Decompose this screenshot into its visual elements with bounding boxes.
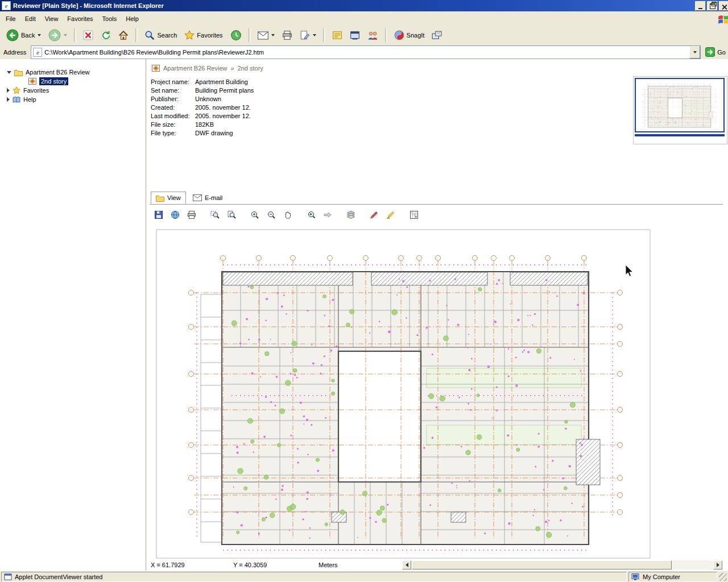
- home-icon: [118, 30, 129, 40]
- info-value: 2005. november 12.: [195, 104, 251, 111]
- drawing-canvas[interactable]: [146, 224, 728, 559]
- navigation-tree: Apartment B26 Review 2nd story Favorites…: [0, 59, 146, 579]
- toolbar-separator: [135, 28, 138, 42]
- messenger-button[interactable]: [347, 28, 363, 42]
- menu-favorites[interactable]: Favorites: [63, 14, 97, 24]
- messenger-icon: [350, 30, 360, 40]
- save-icon: [154, 210, 163, 219]
- close-button[interactable]: [719, 1, 728, 11]
- refresh-button[interactable]: [98, 28, 114, 42]
- snagit-capture-button[interactable]: [429, 29, 445, 41]
- content-pane: Apartment B26 Review » 2nd story Project…: [146, 59, 728, 571]
- zoom-window-icon: [210, 210, 220, 219]
- history-button[interactable]: [228, 28, 245, 43]
- zoom-window-button[interactable]: [207, 207, 222, 222]
- tree-root-label: Apartment B26 Review: [26, 69, 90, 76]
- menu-file[interactable]: File: [1, 14, 20, 24]
- info-label: Set name:: [151, 87, 195, 94]
- mail-button[interactable]: [255, 30, 278, 41]
- tree-favorites-label: Favorites: [23, 87, 49, 94]
- search-button[interactable]: Search: [142, 28, 180, 42]
- menu-tools[interactable]: Tools: [98, 14, 122, 24]
- email-icon: [193, 194, 202, 201]
- minimize-button[interactable]: [695, 1, 706, 11]
- publish-button[interactable]: [167, 207, 183, 222]
- toolbar-separator: [323, 28, 325, 42]
- ie-toolbar: Back Search: [0, 26, 728, 45]
- navigator-thumbnail[interactable]: [633, 76, 727, 144]
- document-info: Project name:Apartment Building Set name…: [151, 77, 254, 137]
- tree-item-favorites[interactable]: Favorites: [0, 86, 146, 95]
- redline-pencil-icon: [370, 210, 379, 219]
- print-icon: [187, 210, 196, 219]
- zoom-out-icon: [267, 210, 276, 219]
- tree-item-help[interactable]: Help: [0, 95, 146, 104]
- address-dropdown-button[interactable]: [689, 46, 700, 59]
- scrollbar-thumb[interactable]: [412, 560, 672, 569]
- back-button[interactable]: Back: [3, 27, 44, 43]
- menu-help[interactable]: Help: [121, 14, 143, 24]
- menu-edit[interactable]: Edit: [20, 14, 40, 24]
- tree-item-root[interactable]: Apartment B26 Review: [0, 68, 146, 77]
- title-bar: e Reviewer [Plain Style] - Microsoft Int…: [0, 0, 728, 11]
- contacts-button[interactable]: [365, 29, 381, 42]
- zoom-in-button[interactable]: [247, 207, 262, 222]
- stop-button[interactable]: [80, 28, 96, 42]
- print-drawing-button[interactable]: [184, 207, 199, 222]
- back-label: Back: [21, 32, 35, 39]
- highlighter-button[interactable]: [383, 207, 398, 222]
- collapsed-icon[interactable]: [7, 88, 10, 93]
- redline-button[interactable]: [366, 207, 382, 222]
- my-computer-icon: [631, 573, 640, 581]
- breadcrumb-parent[interactable]: Apartment B26 Review: [163, 65, 228, 72]
- info-label: Publisher:: [151, 95, 195, 102]
- scroll-left-button[interactable]: [402, 560, 411, 569]
- menu-bar: File Edit View Favorites Tools Help: [0, 11, 728, 26]
- zoom-out-button[interactable]: [263, 207, 279, 222]
- info-value: 182KB: [195, 121, 214, 128]
- breadcrumb: Apartment B26 Review » 2nd story: [152, 64, 263, 72]
- folder-icon: [14, 69, 23, 76]
- expanded-icon[interactable]: [7, 71, 11, 74]
- security-zone-panel: My Computer: [628, 572, 717, 582]
- menu-view[interactable]: View: [40, 14, 63, 24]
- snagit-icon: [394, 30, 404, 40]
- layers-button[interactable]: [343, 207, 358, 222]
- units-readout: Meters: [318, 562, 338, 568]
- pan-button[interactable]: [280, 207, 295, 222]
- info-label: Last modified:: [151, 113, 195, 119]
- next-view-button[interactable]: [320, 207, 335, 222]
- stop-icon: [83, 30, 93, 40]
- address-input[interactable]: e C:\Work\Apartment Building\B26 Review\…: [31, 45, 701, 59]
- breadcrumb-current[interactable]: 2nd story: [238, 65, 263, 72]
- info-label: Created:: [151, 104, 195, 111]
- scrollbar-track[interactable]: [411, 560, 713, 569]
- go-button[interactable]: Go: [701, 46, 728, 58]
- history-icon: [230, 30, 242, 41]
- cursor-y-readout: Y = 40.3059: [233, 562, 267, 568]
- address-value: C:\Work\Apartment Building\B26 Review\Bu…: [44, 49, 687, 56]
- windows-logo-icon: [718, 13, 728, 24]
- discuss-button[interactable]: [329, 28, 345, 42]
- home-button[interactable]: [115, 28, 131, 42]
- favorites-button[interactable]: Favorites: [181, 28, 225, 42]
- toolbar-separator: [385, 28, 387, 42]
- properties-button[interactable]: [406, 207, 421, 222]
- scroll-right-button[interactable]: [713, 560, 722, 569]
- print-button[interactable]: [279, 28, 295, 42]
- horizontal-scrollbar[interactable]: [402, 560, 722, 569]
- zoom-extents-button[interactable]: [224, 207, 239, 222]
- forward-icon: [48, 29, 61, 41]
- navigator-view-rect[interactable]: [635, 78, 725, 132]
- snagit-button[interactable]: SnagIt: [391, 28, 428, 42]
- edit-button[interactable]: [297, 28, 319, 42]
- tab-email[interactable]: E-mail: [188, 192, 227, 204]
- previous-view-button[interactable]: [303, 207, 318, 222]
- forward-button[interactable]: [46, 27, 70, 43]
- collapsed-icon[interactable]: [7, 97, 10, 102]
- save-button[interactable]: [151, 207, 166, 222]
- minimize-icon: [698, 8, 702, 9]
- restore-button[interactable]: [707, 1, 718, 11]
- tree-item-2nd-story[interactable]: 2nd story: [0, 77, 146, 86]
- tab-view[interactable]: View: [151, 192, 186, 204]
